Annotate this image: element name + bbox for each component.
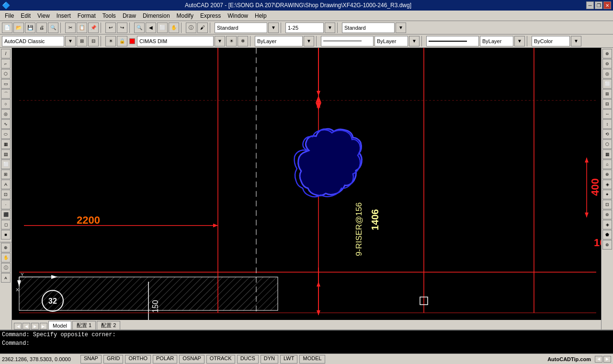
tool-arc[interactable]: ⌒ xyxy=(1,89,11,99)
print-button[interactable]: 🖨 xyxy=(36,23,47,33)
menu-item-format[interactable]: Format xyxy=(75,11,99,20)
workspace-dropdown[interactable]: AutoCAD Classic xyxy=(2,36,64,46)
zoom-window-button[interactable]: ⬜ xyxy=(157,23,168,33)
standard-btn[interactable]: ▼ xyxy=(396,23,406,33)
tool-polyline[interactable]: ⌐ xyxy=(1,59,11,68)
tool-text[interactable]: A xyxy=(1,273,11,283)
paste-button[interactable]: 📌 xyxy=(88,23,99,33)
lineweight-dropdown-btn[interactable]: ▼ xyxy=(514,36,525,46)
scale-btn[interactable]: ▼ xyxy=(325,23,335,33)
text-style-btn[interactable]: ▼ xyxy=(268,23,279,33)
tab-nav-first[interactable]: |◀ xyxy=(14,323,22,330)
close-button[interactable]: ✕ xyxy=(603,1,611,9)
grid-button[interactable]: GRID xyxy=(103,355,124,364)
right-tool-4[interactable]: ⬜ xyxy=(602,79,612,89)
open-button[interactable]: 📂 xyxy=(13,23,24,33)
menu-item-edit[interactable]: Edit xyxy=(18,11,34,20)
minimize-button[interactable]: ─ xyxy=(586,1,594,9)
right-tool-1[interactable]: ⊕ xyxy=(602,49,612,58)
print-preview-button[interactable]: 🔍 xyxy=(48,23,58,33)
right-tool-3[interactable]: ◎ xyxy=(602,69,612,79)
layer-dropdown-btn[interactable]: ▼ xyxy=(215,36,225,46)
layer-extra-btn2[interactable]: ❄ xyxy=(238,36,248,46)
tool-spline[interactable]: ∿ xyxy=(1,119,11,129)
right-tool-15[interactable]: ✦ xyxy=(602,190,612,199)
match-properties-button[interactable]: 🖌 xyxy=(197,23,208,33)
right-tool-14[interactable]: ◈ xyxy=(602,180,612,189)
layer-manager-btn[interactable]: ⊞ xyxy=(77,36,87,46)
linetype-dropdown[interactable]: ByLayer xyxy=(375,36,408,46)
right-tool-5[interactable]: ⊞ xyxy=(602,89,612,99)
layer-dropdown[interactable]: CIMAS DIM xyxy=(137,36,214,46)
drawing-canvas-area[interactable]: 2200 1406 9-RISER@156 400 10 32 xyxy=(12,48,601,330)
color-dropdown[interactable]: ByLayer xyxy=(255,36,303,46)
workspace-btn[interactable]: ▼ xyxy=(65,36,76,46)
right-tool-12[interactable]: ⌂ xyxy=(602,159,612,169)
plotstyle-dropdown[interactable]: ByColor xyxy=(532,36,570,46)
zoom-previous-button[interactable]: ◀ xyxy=(146,23,156,33)
color-dropdown-btn[interactable]: ▼ xyxy=(304,36,314,46)
menu-item-help[interactable]: Help xyxy=(252,11,270,20)
model-button[interactable]: MODEL xyxy=(299,355,325,364)
plotstyle-dropdown-btn[interactable]: ▼ xyxy=(571,36,581,46)
menu-item-dimension[interactable]: Dimension xyxy=(140,11,173,20)
right-tool-11[interactable]: ▦ xyxy=(602,149,612,159)
scroll-right[interactable]: ▶ xyxy=(603,356,611,363)
pan-button[interactable]: ✋ xyxy=(169,23,179,33)
tool-mtext[interactable]: A xyxy=(1,180,11,189)
tool-solids[interactable]: ■ xyxy=(1,230,11,239)
tool-table[interactable]: ⊞ xyxy=(1,170,11,179)
layer-freeze-btn[interactable]: ☀ xyxy=(105,36,116,46)
right-tool-9[interactable]: ⟲ xyxy=(602,129,612,139)
tab-model[interactable]: Model xyxy=(48,321,71,330)
tool-polygon[interactable]: ⬡ xyxy=(1,69,11,79)
menu-item-modify[interactable]: Modify xyxy=(174,11,196,20)
layer-extra-btn1[interactable]: ☀ xyxy=(226,36,237,46)
menu-item-tools[interactable]: Tools xyxy=(100,11,119,20)
right-tool-10[interactable]: ⬡ xyxy=(602,139,612,149)
menu-item-window[interactable]: Window xyxy=(225,11,251,20)
right-tool-16[interactable]: ⊡ xyxy=(602,200,612,209)
zoom-realtime-button[interactable]: 🔍 xyxy=(134,23,145,33)
tool-3d[interactable]: ⬛ xyxy=(1,210,11,219)
restore-button[interactable]: ❐ xyxy=(595,1,602,9)
drawing-viewport[interactable]: 2200 1406 9-RISER@156 400 10 32 xyxy=(12,48,601,320)
properties-button[interactable]: ⓘ xyxy=(186,23,196,33)
right-tool-8[interactable]: ↕ xyxy=(602,119,612,129)
otrack-button[interactable]: OTRACK xyxy=(206,355,235,364)
tool-rectangle[interactable]: ▭ xyxy=(1,79,11,89)
lineweight-dropdown[interactable]: ByLayer xyxy=(480,36,513,46)
tool-pan[interactable]: ✋ xyxy=(1,253,11,262)
osnap-button[interactable]: OSNAP xyxy=(179,355,204,364)
right-tool-2[interactable]: ⊖ xyxy=(602,59,612,68)
right-tool-19[interactable]: ⬟ xyxy=(602,230,612,239)
tool-region[interactable]: ⬜ xyxy=(1,159,11,169)
tool-hatch[interactable]: ▦ xyxy=(1,139,11,149)
tool-ellipse[interactable]: ⬭ xyxy=(1,129,11,139)
undo-button[interactable]: ↩ xyxy=(105,23,116,33)
menu-item-view[interactable]: View xyxy=(34,11,53,20)
standard-dropdown[interactable]: Standard xyxy=(342,23,395,33)
tool-gradient[interactable]: ▤ xyxy=(1,149,11,159)
right-tool-6[interactable]: ⊟ xyxy=(602,99,612,109)
right-tool-18[interactable]: ◈ xyxy=(602,220,612,229)
polar-button[interactable]: POLAR xyxy=(153,355,177,364)
text-style-dropdown[interactable]: Standard xyxy=(215,23,267,33)
tab-nav-last[interactable]: ▶| xyxy=(40,323,47,330)
tab-nav-prev[interactable]: ◀ xyxy=(23,323,30,330)
right-tool-13[interactable]: ⊕ xyxy=(602,170,612,179)
new-button[interactable]: 📄 xyxy=(2,23,12,33)
ortho-button[interactable]: ORTHO xyxy=(125,355,151,364)
menu-item-draw[interactable]: Draw xyxy=(120,11,139,20)
tab-nav-next[interactable]: ▶ xyxy=(31,323,39,330)
right-tool-17[interactable]: ⊚ xyxy=(602,210,612,219)
tool-line[interactable]: / xyxy=(1,49,11,58)
menu-item-file[interactable]: File xyxy=(2,11,17,20)
menu-item-express[interactable]: Express xyxy=(197,11,224,20)
tool-insert-block[interactable]: ⊡ xyxy=(1,190,11,199)
save-button[interactable]: 💾 xyxy=(25,23,35,33)
tool-surfaces[interactable]: ◻ xyxy=(1,220,11,229)
redo-button[interactable]: ↪ xyxy=(117,23,127,33)
cut-button[interactable]: ✂ xyxy=(65,23,76,33)
tool-circle[interactable]: ○ xyxy=(1,99,11,109)
